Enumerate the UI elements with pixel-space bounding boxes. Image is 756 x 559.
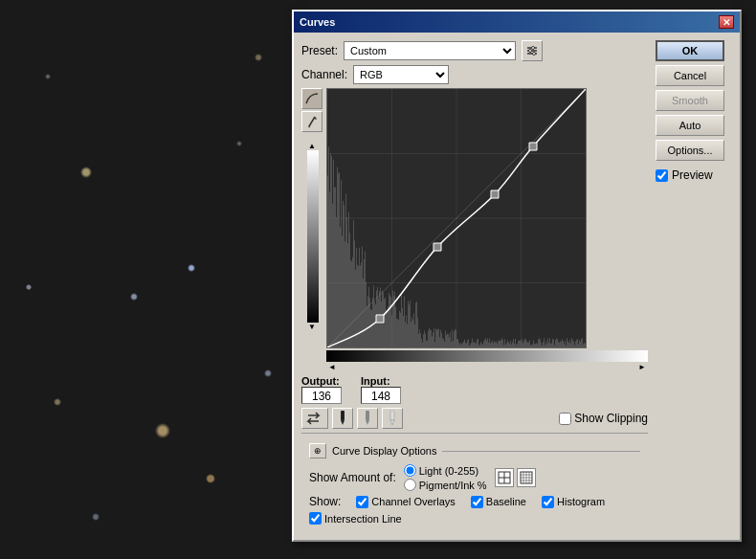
svg-point-3 [532, 47, 535, 50]
light-radio[interactable] [404, 464, 416, 477]
preview-checkbox[interactable] [656, 169, 668, 182]
sliders-icon [525, 45, 539, 56]
svg-line-6 [309, 117, 315, 126]
show-options: Show: Channel Overlays Baseline Histogra… [309, 495, 640, 525]
channel-row: Channel: RGB Red Green Blue [301, 65, 648, 84]
channel-overlays-checkbox[interactable] [356, 496, 368, 508]
simple-grid-button[interactable] [495, 468, 514, 487]
bottom-section: ⊕ Curve Display Options Show Amount of: … [301, 433, 648, 532]
show-amount-label: Show Amount of: [309, 471, 396, 484]
histogram-label: Histogram [557, 496, 605, 507]
svg-rect-13 [390, 411, 394, 420]
show-clipping-checkbox[interactable] [559, 413, 571, 425]
channel-select[interactable]: RGB Red Green Blue [353, 65, 449, 84]
section-title: Curve Display Options [332, 445, 436, 457]
eyedropper-white-icon [386, 411, 399, 426]
light-radio-label: Light (0-255) [419, 465, 478, 477]
curve-mode-button[interactable] [301, 88, 322, 109]
svg-marker-12 [366, 420, 369, 425]
collapse-button[interactable]: ⊕ [309, 443, 326, 458]
eyedropper-gray-icon [361, 411, 374, 426]
baseline-label: Baseline [486, 496, 526, 507]
baseline-item: Baseline [471, 495, 526, 508]
pencil-icon [305, 115, 319, 128]
show-amount-row: Show Amount of: Light (0-255) Pigment/In… [309, 464, 640, 491]
horizontal-gradient [326, 350, 648, 362]
svg-rect-11 [366, 411, 369, 420]
show-amount-radio-group: Light (0-255) Pigment/Ink % [404, 464, 487, 491]
preset-row: Preset: Custom Default Medium Contrast S… [301, 40, 648, 61]
intersection-line-item: Intersection Line [309, 512, 402, 525]
gray-point-sampler-button[interactable] [357, 408, 378, 429]
curves-dialog: Curves ✕ Preset: Custom Default Medium C… [292, 10, 742, 542]
pencil-mode-button[interactable] [301, 111, 322, 132]
histogram-checkbox[interactable] [542, 496, 554, 508]
swap-arrows-icon [305, 411, 324, 426]
channel-label: Channel: [301, 68, 347, 81]
cancel-button[interactable]: Cancel [656, 65, 724, 86]
section-divider [442, 451, 640, 452]
detail-grid-button[interactable] [517, 468, 536, 487]
simple-grid-icon [498, 471, 511, 484]
ok-button[interactable]: OK [656, 40, 724, 61]
light-radio-item: Light (0-255) [404, 464, 487, 477]
white-point-sampler-button[interactable] [382, 408, 403, 429]
right-panel: OK Cancel Smooth Auto Options... Preview [656, 40, 732, 532]
presets-menu-button[interactable] [522, 40, 543, 61]
baseline-checkbox[interactable] [471, 496, 483, 508]
options-button[interactable]: Options... [656, 140, 724, 161]
preview-label: Preview [672, 168, 713, 182]
svg-marker-10 [341, 420, 345, 425]
input-group: Input: 148 [361, 375, 401, 404]
close-button[interactable]: ✕ [719, 15, 734, 29]
output-input-row: Output: 136 Input: 148 [301, 375, 648, 404]
svg-point-4 [529, 50, 532, 53]
channel-overlays-item: Channel Overlays [356, 495, 455, 508]
preset-label: Preset: [301, 44, 338, 57]
svg-marker-14 [390, 420, 394, 425]
title-bar: Curves ✕ [294, 11, 740, 33]
sampler-row: Show Clipping [301, 408, 648, 429]
curve-canvas-wrapper: ◄ ► [326, 88, 648, 371]
curve-canvas[interactable] [326, 88, 587, 348]
dialog-body: Preset: Custom Default Medium Contrast S… [294, 33, 740, 540]
detail-grid-icon [520, 471, 533, 484]
histogram-item: Histogram [542, 495, 605, 508]
arrow-row: ◄ ► [326, 363, 648, 371]
swap-button[interactable] [301, 408, 328, 429]
svg-rect-9 [341, 411, 345, 420]
output-value[interactable]: 136 [301, 387, 342, 404]
show-clipping-label: Show Clipping [574, 412, 648, 425]
show-label-row: Show: [309, 495, 341, 508]
curve-display-options-header: ⊕ Curve Display Options [309, 443, 640, 458]
left-panel: Preset: Custom Default Medium Contrast S… [301, 40, 648, 532]
channel-overlays-label: Channel Overlays [371, 496, 455, 507]
output-group: Output: 136 [301, 375, 342, 404]
preview-row: Preview [656, 168, 732, 182]
preset-select[interactable]: Custom Default Medium Contrast Strong Co… [344, 41, 516, 60]
input-label: Input: [361, 375, 401, 387]
input-value[interactable]: 148 [361, 387, 401, 404]
pigment-radio-label: Pigment/Ink % [419, 480, 487, 491]
right-arrow: ► [638, 363, 646, 371]
intersection-line-checkbox[interactable] [309, 512, 322, 525]
show-label: Show: [309, 495, 341, 508]
black-point-sampler-button[interactable] [332, 408, 353, 429]
curve-tools: ▲ ▼ [301, 88, 322, 371]
intersection-line-label: Intersection Line [324, 513, 402, 525]
show-clipping-wrap: Show Clipping [559, 412, 648, 425]
grid-icons [495, 468, 536, 487]
curve-area: ▲ ▼ ◄ ► [301, 88, 648, 371]
svg-point-5 [533, 53, 536, 56]
curve-icon [304, 92, 320, 105]
pigment-radio-item: Pigment/Ink % [404, 479, 487, 491]
auto-button[interactable]: Auto [656, 115, 724, 136]
pigment-radio[interactable] [404, 479, 416, 491]
vertical-gradient [307, 150, 319, 323]
eyedropper-black-icon [336, 411, 349, 426]
smooth-button[interactable]: Smooth [656, 90, 724, 111]
left-arrow: ◄ [328, 363, 336, 371]
dialog-title: Curves [300, 16, 335, 28]
output-label: Output: [301, 375, 342, 387]
